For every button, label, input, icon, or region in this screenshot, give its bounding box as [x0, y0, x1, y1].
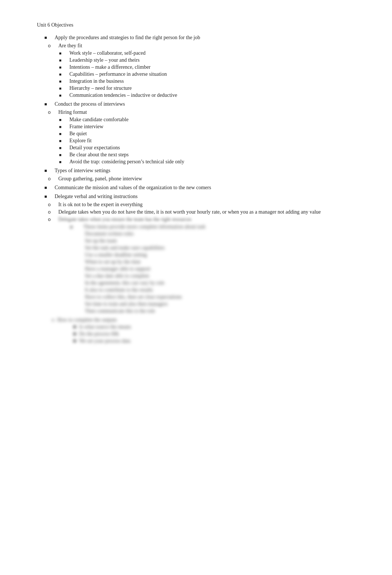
blurred-bottom-3: ■ We set your process data	[73, 338, 362, 344]
level3-list-2-1: ■ Make candidate comfortable ■ Frame int…	[59, 117, 362, 165]
level3-bullet: ■	[59, 117, 69, 122]
level3-text-2-1-7: Avoid the trap: considering person’s tec…	[69, 159, 362, 165]
blurred-item-13: Then communicate this is the role	[70, 308, 362, 314]
level3-item-1-1-4: ■ Capabilities – performance in adverse …	[59, 71, 362, 77]
level3-list-1-1: ■ Work style – collaborator, self-paced …	[59, 50, 362, 98]
blurred-item-5: Use a smaller deadline setting	[70, 252, 362, 258]
blurred-item-2: Document written roles	[70, 231, 362, 237]
level3-item-2-1-4: ■ Explore fit	[59, 138, 362, 144]
level3-item-1-1-1: ■ Work style – collaborator, self-paced	[59, 50, 362, 56]
blurred-item-8: Set a due date able to complete	[70, 273, 362, 279]
level1-item-1: ■ Apply the procedures and strategies to…	[44, 35, 362, 41]
level2-item-1-1: o Are they fit	[48, 43, 362, 49]
level3-text-2-1-3: Be quiet	[69, 131, 362, 137]
level3-bullet: ■	[59, 92, 69, 98]
level3-item-2-1-6: ■ Be clear about the next steps	[59, 152, 362, 158]
blurred-item-12: Set time to train and also then managers	[70, 301, 362, 307]
level3-text-2-1-5: Detail your expectations	[69, 145, 362, 151]
blurred-item-10: It also to contribute to the results	[70, 287, 362, 293]
level3-bullet: ■	[59, 57, 69, 62]
blurred-item-3: Set up the team	[70, 238, 362, 244]
level1-bullet-5: ■	[44, 194, 55, 200]
level2-bullet-2-1: o	[48, 109, 58, 115]
blurred-item-7: Have a manager able to support	[70, 266, 362, 272]
level3-text-1-1-4: Capabilities – performance in adverse si…	[69, 71, 362, 77]
level3-item-2-1-5: ■ Detail your expectations	[59, 145, 362, 151]
level3-text-2-1-1: Make candidate comfortable	[69, 117, 362, 123]
level3-text-1-1-7: Communication tendencies – inductive or …	[69, 92, 362, 98]
level1-text-1: Apply the procedures and strategies to f…	[55, 35, 362, 41]
level3-text-1-1-6: Hierarchy – need for structure	[69, 85, 362, 91]
blurred-item-11: Have to collect this, then set clear exp…	[70, 294, 362, 300]
level1-text-3: Types of interview settings	[55, 168, 362, 174]
level3-bullet: ■	[59, 124, 69, 129]
level1-bullet-3: ■	[44, 168, 55, 174]
level2-bullet-1-1: o	[48, 43, 58, 48]
level2-item-3-1: o Group gathering, panel, phone intervie…	[48, 176, 362, 182]
level2-item-5-1: o It is ok not to be the expert in every…	[48, 202, 362, 208]
level3-item-1-1-3: ■ Intentions – make a difference, climbe…	[59, 64, 362, 70]
level2-text-5-3-blurred: Delegate takes when you ensure the team …	[58, 217, 362, 222]
blurred-item-6: When to set up by the time	[70, 259, 362, 265]
blurred-item-9: In the agreement, this can vary by role	[70, 280, 362, 286]
level2-text-3-1: Group gathering, panel, phone interview	[58, 176, 362, 182]
level3-bullet: ■	[59, 71, 69, 76]
level1-bullet-4: ■	[44, 185, 55, 191]
level1-bullet-1: ■	[44, 35, 55, 41]
level1-item-3: ■ Types of interview settings	[44, 168, 362, 174]
level3-item-1-1-7: ■ Communication tendencies – inductive o…	[59, 92, 362, 98]
level3-item-1-1-6: ■ Hierarchy – need for structure	[59, 85, 362, 91]
level3-bullet: ■	[59, 50, 69, 55]
level2-item-2-1: o Hiring format	[48, 109, 362, 115]
level2-list-1: o Are they fit ■ Work style – collaborat…	[48, 43, 362, 98]
level1-text-5: Delegate verbal and writing instructions	[55, 194, 362, 200]
level1-item-2: ■ Conduct the process of interviews	[44, 101, 362, 107]
level2-bullet-5-2: o	[48, 209, 58, 215]
level3-item-2-1-1: ■ Make candidate comfortable	[59, 117, 362, 123]
level2-bullet-3-1: o	[48, 176, 58, 181]
level2-text-5-2: Delegate takes when you do not have the …	[58, 209, 362, 215]
blurred-item-1: ■ These items provide more complete info…	[70, 224, 362, 230]
level2-text-1-1: Are they fit	[58, 43, 362, 49]
level3-text-2-1-6: Be clear about the next steps	[69, 152, 362, 158]
level2-text-2-1: Hiring format	[58, 109, 362, 115]
level1-item-4: ■ Communicate the mission and values of …	[44, 185, 362, 191]
level2-item-5-2: o Delegate takes when you do not have th…	[48, 209, 362, 215]
blurred-bottom-header: o How to complete the outputs	[52, 317, 362, 323]
level2-bullet-5-3: o	[48, 217, 58, 222]
level2-list-2: o Hiring format ■ Make candidate comfort…	[48, 109, 362, 165]
level3-item-1-1-5: ■ Integration in the business	[59, 78, 362, 84]
level1-bullet-2: ■	[44, 101, 55, 107]
level3-bullet: ■	[59, 131, 69, 136]
level3-bullet: ■	[59, 64, 69, 69]
level3-bullet: ■	[59, 85, 69, 91]
level3-text-1-1-2: Leadership style – your and theirs	[69, 57, 362, 63]
level2-list-3: o Group gathering, panel, phone intervie…	[48, 176, 362, 182]
level2-bullet-5-1: o	[48, 202, 58, 207]
level1-text-2: Conduct the process of interviews	[55, 101, 362, 107]
level1-item-5: ■ Delegate verbal and writing instructio…	[44, 194, 362, 200]
level3-bullet: ■	[59, 145, 69, 150]
level3-text-1-1-5: Integration in the business	[69, 78, 362, 84]
page-title: Unit 6 Objectives	[37, 22, 362, 28]
level3-bullet: ■	[59, 138, 69, 143]
level2-text-5-1: It is ok not to be the expert in everyth…	[58, 202, 362, 208]
blurred-bottom-1: ■ Is what source the means	[73, 324, 362, 330]
level3-item-1-1-2: ■ Leadership style – your and theirs	[59, 57, 362, 63]
level3-bullet: ■	[59, 159, 69, 164]
level2-item-5-3-blurred: o Delegate takes when you ensure the tea…	[48, 217, 362, 222]
blurred-bottom-2: ■ Do the process 60k	[73, 331, 362, 337]
level3-text-1-1-3: Intentions – make a difference, climber	[69, 64, 362, 70]
level3-text-2-1-2: Frame interview	[69, 124, 362, 130]
outline: ■ Apply the procedures and strategies to…	[37, 35, 362, 344]
blurred-level3-list: ■ These items provide more complete info…	[70, 224, 362, 314]
level1-text-4: Communicate the mission and values of th…	[55, 185, 362, 191]
level3-text-2-1-4: Explore fit	[69, 138, 362, 144]
level3-text-1-1-1: Work style – collaborator, self-paced	[69, 50, 362, 56]
level3-item-2-1-3: ■ Be quiet	[59, 131, 362, 137]
level3-bullet: ■	[59, 78, 69, 84]
bottom-blurred-section: o How to complete the outputs ■ Is what …	[52, 317, 362, 344]
level3-item-2-1-7: ■ Avoid the trap: considering person’s t…	[59, 159, 362, 165]
level3-bullet: ■	[59, 152, 69, 157]
level3-item-2-1-2: ■ Frame interview	[59, 124, 362, 130]
